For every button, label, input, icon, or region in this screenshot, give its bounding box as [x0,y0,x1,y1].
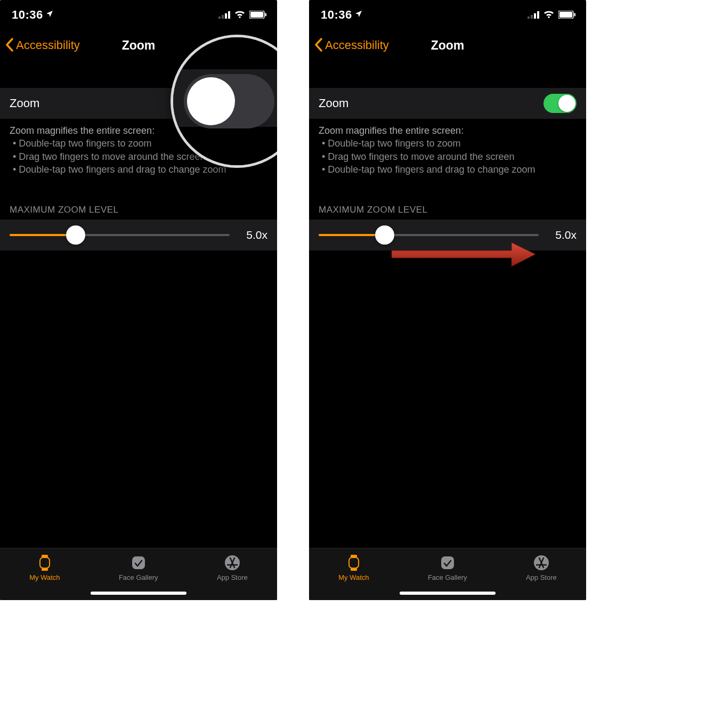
tab-app-store[interactable]: App Store [217,554,248,581]
content: Zoom Zoom magnifies the entire screen: D… [309,61,586,548]
tab-face-gallery[interactable]: Face Gallery [119,554,158,581]
max-zoom-slider[interactable] [319,234,539,236]
tab-face-gallery[interactable]: Face Gallery [428,554,467,581]
nav-title: Zoom [122,38,156,53]
tab-my-watch[interactable]: My Watch [29,554,60,581]
svg-rect-6 [265,13,267,16]
app-store-icon [532,554,550,572]
wifi-icon [234,8,246,22]
tab-label: Face Gallery [428,573,467,581]
tab-label: My Watch [29,573,60,581]
max-zoom-slider-row: 5.0x [309,220,586,250]
slider-thumb[interactable] [375,225,394,245]
svg-rect-22 [441,556,454,569]
chevron-left-icon [5,38,15,53]
magnified-toggle-knob [187,77,235,125]
phone-right-screenshot: 10:36 Accessibility Zoom [309,0,586,600]
svg-rect-18 [574,13,576,16]
svg-rect-21 [349,557,359,568]
svg-rect-3 [228,11,230,19]
svg-rect-9 [40,557,50,568]
back-button[interactable]: Accessibility [314,38,389,53]
back-label: Accessibility [16,38,80,52]
back-label: Accessibility [325,38,389,52]
cellular-icon [528,8,539,22]
svg-rect-15 [537,11,539,19]
tab-label: App Store [526,573,557,581]
watch-icon [36,554,54,572]
battery-icon [558,8,575,22]
tab-app-store[interactable]: App Store [526,554,557,581]
tab-label: My Watch [338,573,369,581]
chevron-left-icon [314,38,324,53]
zoom-toggle-row: Zoom [309,88,586,119]
toggle-knob [558,95,575,112]
phone-left-screenshot: 10:36 Accessibility Zoom [0,0,277,600]
svg-rect-14 [534,13,536,19]
svg-rect-0 [218,17,221,19]
max-zoom-header: MAXIMUM ZOOM LEVEL [309,179,586,220]
home-indicator[interactable] [91,592,186,595]
zoom-toggle[interactable] [543,94,577,113]
svg-rect-12 [528,17,530,19]
max-zoom-slider-row: 5.0x [0,220,277,250]
face-gallery-icon [439,554,457,572]
hint-item: Double-tap two fingers and drag to chang… [322,163,577,176]
svg-rect-2 [225,13,227,19]
hint-title: Zoom magnifies the entire screen: [319,125,464,136]
home-indicator[interactable] [400,592,496,595]
slider-value: 5.0x [238,229,267,241]
status-time: 10:36 [12,8,43,22]
app-store-icon [223,554,241,572]
location-icon [354,7,363,21]
zoom-row-label: Zoom [10,96,39,110]
watch-icon [345,554,363,572]
back-button[interactable]: Accessibility [5,38,80,53]
nav-title: Zoom [431,38,465,53]
tab-label: App Store [217,573,248,581]
hint-title: Zoom magnifies the entire screen: [10,125,155,136]
face-gallery-icon [129,554,148,572]
magnified-toggle-off [184,74,274,128]
zoom-row-label: Zoom [319,96,348,110]
status-bar: 10:36 [309,0,586,29]
cellular-icon [218,8,230,22]
battery-icon [249,8,266,22]
svg-rect-1 [222,15,224,19]
location-icon [45,7,54,21]
nav-bar: Accessibility Zoom [309,29,586,61]
max-zoom-slider[interactable] [10,234,230,236]
status-bar: 10:36 [0,0,277,29]
hint-item: Double-tap two fingers to zoom [322,137,577,150]
status-time: 10:36 [321,8,352,22]
slider-value: 5.0x [547,229,577,241]
zoom-hint: Zoom magnifies the entire screen: Double… [309,119,586,179]
wifi-icon [543,8,555,22]
svg-rect-5 [250,12,263,18]
tab-my-watch[interactable]: My Watch [338,554,369,581]
tab-bar: My Watch Face Gallery App Store [0,548,277,600]
svg-rect-13 [531,15,533,19]
hint-item: Drag two fingers to move around the scre… [322,150,577,163]
tab-label: Face Gallery [119,573,158,581]
tab-bar: My Watch Face Gallery App Store [309,548,586,600]
max-zoom-header: MAXIMUM ZOOM LEVEL [0,179,277,220]
slider-thumb[interactable] [66,225,85,245]
svg-rect-17 [559,12,572,18]
svg-rect-10 [132,556,145,569]
